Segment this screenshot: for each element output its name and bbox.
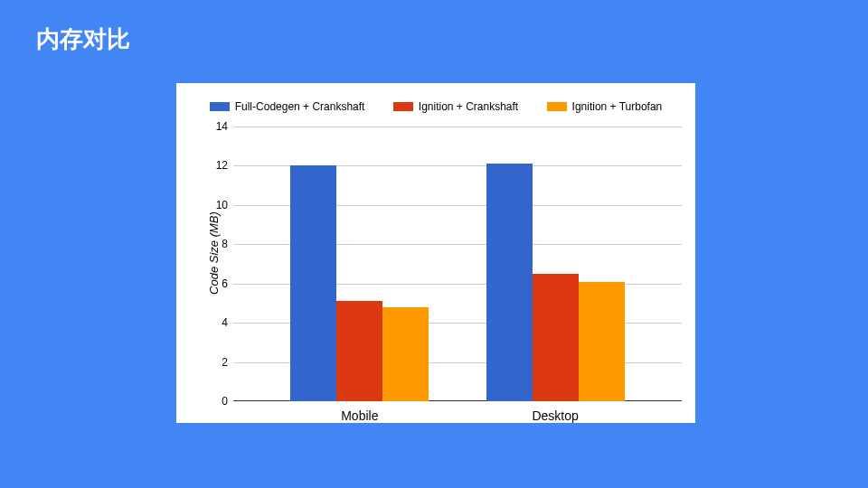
y-tick: 10	[206, 199, 228, 211]
y-tick: 0	[206, 395, 228, 408]
legend-item: Ignition + Crankshaft	[393, 99, 518, 113]
y-tick: 12	[206, 159, 228, 172]
slide-title: 内存对比	[36, 23, 130, 55]
bar	[533, 274, 579, 401]
plot-area: 02468101214MobileDesktop	[233, 127, 682, 401]
bar	[382, 307, 429, 401]
legend-item: Ignition + Turbofan	[547, 99, 663, 113]
bar	[579, 282, 625, 401]
legend-swatch-0	[210, 102, 230, 111]
y-tick: 14	[206, 120, 228, 133]
legend-label-2: Ignition + Turbofan	[572, 100, 663, 113]
bar	[336, 301, 382, 401]
chart-card: Full-Codegen + Crankshaft Ignition + Cra…	[176, 83, 695, 423]
x-category-label: Desktop	[532, 408, 578, 423]
x-category-label: Mobile	[341, 408, 378, 423]
legend-label-0: Full-Codegen + Crankshaft	[235, 100, 365, 113]
grid-line	[233, 127, 682, 127]
y-tick: 4	[206, 316, 228, 329]
y-tick: 6	[206, 277, 228, 290]
y-tick: 8	[206, 238, 228, 250]
bar	[290, 165, 336, 401]
legend-label-1: Ignition + Crankshaft	[419, 100, 518, 113]
legend-item: Full-Codegen + Crankshaft	[210, 99, 365, 113]
legend-swatch-1	[393, 102, 413, 111]
legend-swatch-2	[547, 102, 567, 111]
y-tick: 2	[206, 356, 228, 369]
bar	[486, 164, 533, 401]
legend: Full-Codegen + Crankshaft Ignition + Cra…	[176, 99, 695, 113]
